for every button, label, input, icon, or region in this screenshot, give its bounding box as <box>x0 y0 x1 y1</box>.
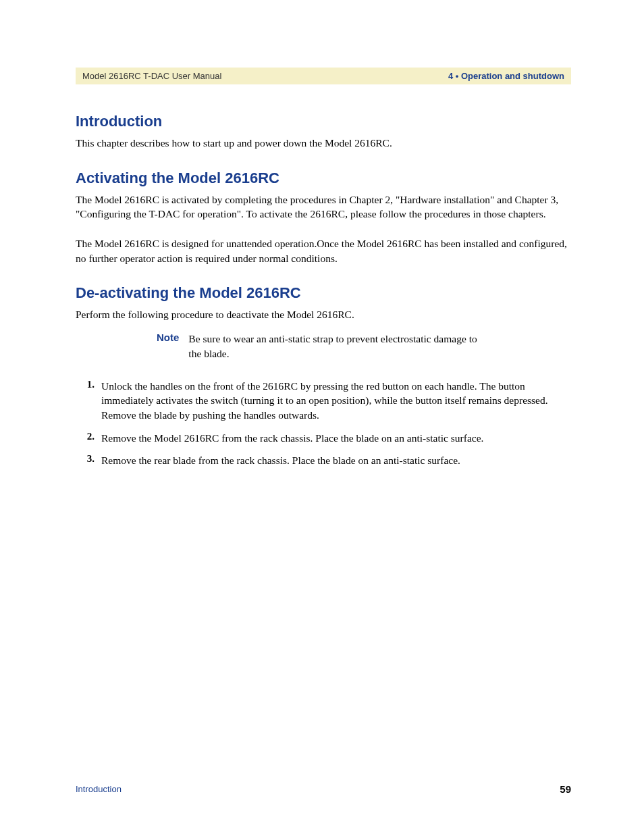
step-number: 2. <box>76 431 95 446</box>
step-text: Remove the rear blade from the rack chas… <box>101 453 571 468</box>
footer-section-name: Introduction <box>76 784 122 794</box>
deactivating-heading: De-activating the Model 2616RC <box>76 284 571 302</box>
note-label: Note <box>157 332 179 361</box>
note-text: Be sure to wear an anti-static strap to … <box>188 332 485 361</box>
note-block: Note Be sure to wear an anti-static stra… <box>157 332 571 361</box>
list-item: 1. Unlock the handles on the front of th… <box>76 379 571 423</box>
activating-para-1: The Model 2616RC is activated by complet… <box>76 192 571 221</box>
step-number: 3. <box>76 453 95 468</box>
activating-para-2: The Model 2616RC is designed for unatten… <box>76 236 571 265</box>
list-item: 3. Remove the rear blade from the rack c… <box>76 453 571 468</box>
footer-page-number: 59 <box>560 783 571 795</box>
deactivating-steps-list: 1. Unlock the handles on the front of th… <box>76 379 571 468</box>
activating-heading: Activating the Model 2616RC <box>76 170 571 187</box>
step-number: 1. <box>76 379 95 423</box>
deactivating-intro: Perform the following procedure to deact… <box>76 307 571 322</box>
page-content: Model 2616RC T-DAC User Manual 4 • Opera… <box>0 0 644 468</box>
header-bar: Model 2616RC T-DAC User Manual 4 • Opera… <box>76 68 571 84</box>
page-footer: Introduction 59 <box>76 783 571 795</box>
header-manual-title: Model 2616RC T-DAC User Manual <box>82 71 221 81</box>
header-chapter-title: 4 • Operation and shutdown <box>448 71 564 81</box>
introduction-heading: Introduction <box>76 113 571 130</box>
list-item: 2. Remove the Model 2616RC from the rack… <box>76 431 571 446</box>
step-text: Unlock the handles on the front of the 2… <box>101 379 571 423</box>
step-text: Remove the Model 2616RC from the rack ch… <box>101 431 571 446</box>
introduction-body: This chapter describes how to start up a… <box>76 136 571 151</box>
